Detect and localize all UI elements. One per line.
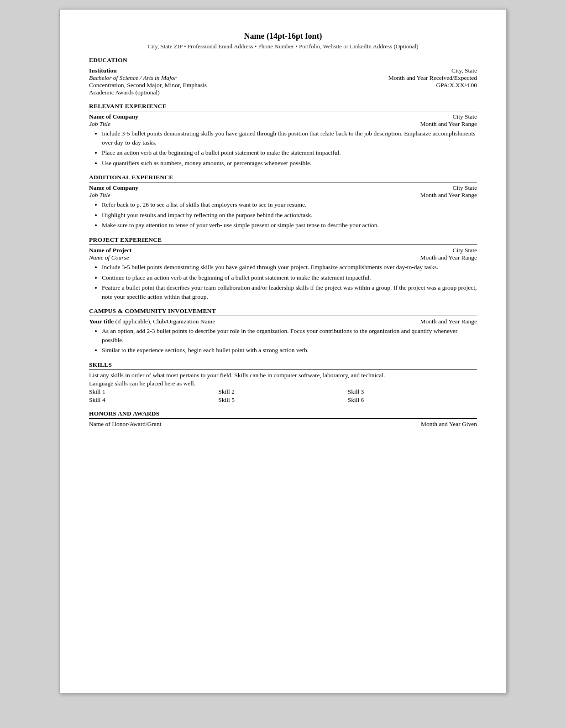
course-name: Name of Course xyxy=(89,254,129,261)
project-city-state: City State xyxy=(452,247,477,254)
additional-experience-entry: Name of Company City State Job Title Mon… xyxy=(89,184,477,230)
concentration: Concentration, Second Major, Minor, Emph… xyxy=(89,82,207,89)
campus-bullet-1: As an option, add 2-3 bullet points to d… xyxy=(102,327,477,344)
skill-1: Skill 1 xyxy=(89,388,218,395)
degree-date: Month and Year Received/Expected xyxy=(388,74,477,82)
relevant-experience-title: RELEVANT EXPERIENCE xyxy=(89,103,477,111)
gpa: GPA:X.XX/4.00 xyxy=(436,82,477,89)
additional-bullet-2: Highlight your results and impact by ref… xyxy=(102,211,477,220)
additional-date-range: Month and Year Range xyxy=(420,192,477,199)
campus-bullet-2: Similar to the experience sections, begi… xyxy=(102,346,477,355)
additional-experience-section: ADDITIONAL EXPERIENCE Name of Company Ci… xyxy=(89,174,477,230)
additional-company: Name of Company xyxy=(89,184,138,192)
relevant-bullets: Include 3-5 bullet points demonstrating … xyxy=(102,129,477,167)
campus-involvement-section: CAMPUS & COMMUNITY INVOLVEMENT Your titl… xyxy=(89,307,477,355)
project-date-range: Month and Year Range xyxy=(420,254,477,261)
skill-2: Skill 2 xyxy=(218,388,347,395)
resume-page: Name (14pt-16pt font) City, State ZIP • … xyxy=(59,9,507,693)
skills-description2: Language skills can be placed here as we… xyxy=(89,380,477,387)
skill-3: Skill 3 xyxy=(348,388,477,395)
resume-header: Name (14pt-16pt font) City, State ZIP • … xyxy=(89,31,477,50)
skill-5: Skill 5 xyxy=(218,396,347,404)
project-bullets: Include 3-5 bullet points demonstrating … xyxy=(102,263,477,301)
award-name: Name of Honor/Award/Grant xyxy=(89,421,161,428)
relevant-experience-section: RELEVANT EXPERIENCE Name of Company City… xyxy=(89,103,477,167)
campus-title-rest: (if applicable), Club/Organization Name xyxy=(114,318,215,325)
project-name: Name of Project xyxy=(89,247,131,254)
campus-involvement-entry: Your title (if applicable), Club/Organiz… xyxy=(89,318,477,355)
education-section: EDUCATION Institution City, State Bachel… xyxy=(89,57,477,96)
relevant-experience-entry: Name of Company City State Job Title Mon… xyxy=(89,113,477,167)
project-experience-title: PROJECT EXPERIENCE xyxy=(89,236,477,245)
skill-6: Skill 6 xyxy=(348,396,477,404)
honors-title: HONORS AND AWARDS xyxy=(89,410,477,419)
campus-org: Your title (if applicable), Club/Organiz… xyxy=(89,318,215,325)
relevant-bullet-2: Place an action verb at the beginning of… xyxy=(102,148,477,157)
academic-awards: Academic Awards (optional) xyxy=(89,89,477,96)
additional-bullets: Refer back to p. 26 to see a list of ski… xyxy=(102,200,477,230)
project-experience-section: PROJECT EXPERIENCE Name of Project City … xyxy=(89,236,477,301)
education-title: EDUCATION xyxy=(89,57,477,65)
award-date: Month and Year Given xyxy=(421,421,477,428)
campus-date-range: Month and Year Range xyxy=(420,318,477,325)
additional-job-title: Job Title xyxy=(89,192,110,199)
degree-name: Bachelor of Science / Arts in Major xyxy=(89,74,177,82)
relevant-bullet-1: Include 3-5 bullet points demonstrating … xyxy=(102,129,477,147)
honors-section: HONORS AND AWARDS Name of Honor/Award/Gr… xyxy=(89,410,477,428)
name-title: Name (14pt-16pt font) xyxy=(89,31,477,41)
project-bullet-1: Include 3-5 bullet points demonstrating … xyxy=(102,263,477,272)
skill-4: Skill 4 xyxy=(89,396,218,404)
campus-involvement-title: CAMPUS & COMMUNITY INVOLVEMENT xyxy=(89,307,477,316)
additional-experience-title: ADDITIONAL EXPERIENCE xyxy=(89,174,477,182)
campus-bullets: As an option, add 2-3 bullet points to d… xyxy=(102,327,477,355)
honors-entry: Name of Honor/Award/Grant Month and Year… xyxy=(89,421,477,428)
contact-info: City, State ZIP • Professional Email Add… xyxy=(89,43,477,50)
relevant-bullet-3: Use quantifiers such as numbers, money a… xyxy=(102,159,477,168)
campus-title-bold: Your title xyxy=(89,318,114,325)
relevant-date-range: Month and Year Range xyxy=(420,120,477,128)
project-experience-entry: Name of Project City State Name of Cours… xyxy=(89,247,477,301)
project-bullet-2: Continue to place an action verb at the … xyxy=(102,273,477,282)
skills-section: SKILLS List any skills in order of what … xyxy=(89,361,477,404)
education-entry: Institution City, State Bachelor of Scie… xyxy=(89,67,477,96)
skills-title: SKILLS xyxy=(89,361,477,370)
skills-entry: List any skills in order of what most pe… xyxy=(89,372,477,404)
additional-bullet-1: Refer back to p. 26 to see a list of ski… xyxy=(102,200,477,209)
additional-city-state: City State xyxy=(452,184,477,192)
project-bullet-3: Feature a bullet point that describes yo… xyxy=(102,283,477,301)
skills-grid: Skill 1 Skill 2 Skill 3 Skill 4 Skill 5 … xyxy=(89,388,477,404)
relevant-company: Name of Company xyxy=(89,113,138,120)
relevant-job-title: Job Title xyxy=(89,120,110,128)
institution-name: Institution xyxy=(89,67,117,74)
institution-location: City, State xyxy=(451,67,477,74)
relevant-city-state: City State xyxy=(452,113,477,120)
skills-description1: List any skills in order of what most pe… xyxy=(89,372,477,379)
additional-bullet-3: Make sure to pay attention to tense of y… xyxy=(102,221,477,230)
